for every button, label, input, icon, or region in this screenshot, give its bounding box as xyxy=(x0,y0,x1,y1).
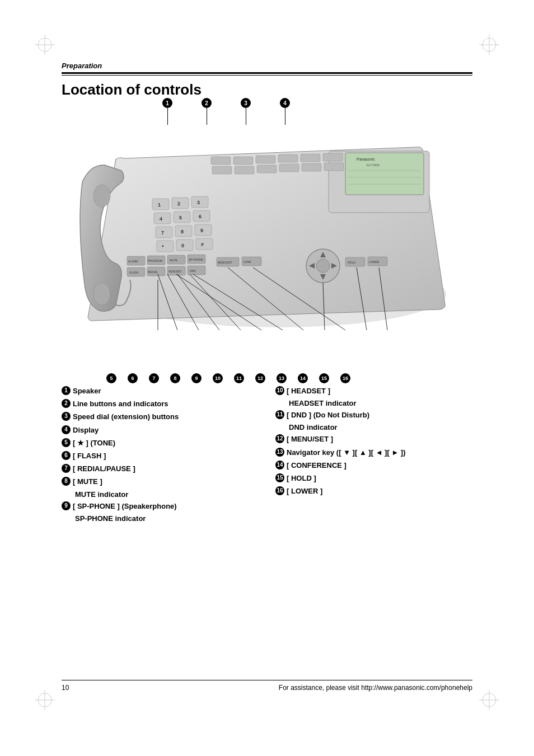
callout-3: 3 xyxy=(241,98,251,125)
svg-text:Panasonic: Panasonic xyxy=(357,157,375,161)
svg-text:ALARM: ALARM xyxy=(128,260,138,263)
item-4: 4 Display xyxy=(62,425,259,435)
item-8: 8 [ MUTE ] MUTE indicator xyxy=(62,477,259,498)
svg-point-87 xyxy=(93,283,110,305)
page-number: 10 xyxy=(62,684,69,692)
item-10-sub: HEADSET indicator xyxy=(289,399,472,407)
svg-rect-26 xyxy=(212,166,232,174)
svg-text:3: 3 xyxy=(197,200,200,205)
corner-mark-bl xyxy=(34,689,56,711)
svg-rect-28 xyxy=(257,165,277,173)
svg-text:*: * xyxy=(162,244,164,250)
content-area: 1 Speaker 2 Line buttons and indicators … xyxy=(62,386,472,525)
svg-text:7: 7 xyxy=(161,230,164,236)
svg-text:SP-PHONE: SP-PHONE xyxy=(189,258,204,261)
svg-rect-31 xyxy=(324,163,344,171)
item-1-label: Speaker xyxy=(73,386,101,396)
svg-rect-50 xyxy=(157,241,174,252)
item-8-label: [ MUTE ] xyxy=(73,477,102,487)
svg-text:REDIAL: REDIAL xyxy=(148,270,158,274)
svg-rect-52 xyxy=(176,240,193,251)
page: Preparation Location of controls 1 2 3 4 xyxy=(0,0,534,756)
item-11-label: [ DND ] (Do Not Disturb) xyxy=(287,410,369,420)
svg-text:LOWER: LOWER xyxy=(369,260,380,264)
svg-rect-29 xyxy=(279,164,299,172)
item-7: 7 [ REDIAL/PAUSE ] xyxy=(62,464,259,474)
phone-svg: Panasonic KX-TS820 xyxy=(62,115,472,355)
svg-text:4: 4 xyxy=(160,216,162,222)
svg-rect-22 xyxy=(256,156,275,163)
item-10-label: [ HEADSET ] xyxy=(287,386,330,396)
item-10: 10 [ HEADSET ] HEADSET indicator xyxy=(275,386,472,407)
item-13-label: Navigator key ([ ▼ ][ ▲ ][ ◄ ][ ► ]) xyxy=(287,448,406,458)
item-4-label: Display xyxy=(73,425,99,435)
svg-text:1: 1 xyxy=(158,202,161,208)
item-16: 16 [ LOWER ] xyxy=(275,486,472,496)
callout-2: 2 xyxy=(202,98,212,125)
item-13: 13 Navigator key ([ ▼ ][ ▲ ][ ◄ ][ ► ]) xyxy=(275,448,472,458)
bottom-callouts: 5 6 7 8 9 10 11 12 13 14 15 16 xyxy=(106,373,350,383)
phone-diagram-area: 1 2 3 4 xyxy=(62,98,472,389)
items-left-col: 1 Speaker 2 Line buttons and indicators … xyxy=(62,386,259,525)
item-11: 11 [ DND ] (Do Not Disturb) DND indicato… xyxy=(275,410,472,431)
corner-mark-br xyxy=(478,689,500,711)
top-callouts: 1 2 3 4 xyxy=(162,98,290,125)
svg-text:6: 6 xyxy=(199,214,202,219)
svg-text:KX-TS820: KX-TS820 xyxy=(367,163,380,167)
item-7-label: [ REDIAL/PAUSE ] xyxy=(73,464,135,474)
svg-rect-21 xyxy=(233,157,253,165)
svg-text:HEADSET: HEADSET xyxy=(168,270,182,273)
items-right-col: 10 [ HEADSET ] HEADSET indicator 11 [ DN… xyxy=(275,386,472,525)
svg-text:HOLD: HOLD xyxy=(348,261,355,264)
svg-rect-27 xyxy=(235,166,254,174)
section-label: Preparation xyxy=(62,62,472,70)
item-3-label: Speed dial (extension) buttons xyxy=(73,412,179,422)
item-12: 12 [ MENU/SET ] xyxy=(275,434,472,444)
item-8-sub: MUTE indicator xyxy=(75,490,259,499)
item-9-label: [ SP-PHONE ] (Speakerphone) xyxy=(73,501,177,511)
svg-text:FLASH: FLASH xyxy=(129,271,139,274)
item-15: 15 [ HOLD ] xyxy=(275,473,472,483)
item-1: 1 Speaker xyxy=(62,386,259,396)
item-3: 3 Speed dial (extension) buttons xyxy=(62,412,259,422)
svg-text:PROGRAM: PROGRAM xyxy=(148,259,162,262)
svg-text:9: 9 xyxy=(200,228,203,233)
item-12-label: [ MENU/SET ] xyxy=(287,434,333,444)
item-6: 6 [ FLASH ] xyxy=(62,451,259,461)
svg-rect-54 xyxy=(196,238,213,250)
item-14: 14 [ CONFERENCE ] xyxy=(275,461,472,471)
svg-point-86 xyxy=(93,185,110,207)
item-9: 9 [ SP-PHONE ] (Speakerphone) SP-PHONE i… xyxy=(62,501,259,523)
svg-text:#: # xyxy=(201,242,204,247)
svg-text:MENU/SET: MENU/SET xyxy=(218,261,232,264)
svg-text:MUTE: MUTE xyxy=(170,259,178,262)
svg-point-77 xyxy=(316,259,330,273)
corner-mark-tr xyxy=(478,34,500,56)
item-5: 5 [ ★ ] (TONE) xyxy=(62,438,259,448)
item-2: 2 Line buttons and indicators xyxy=(62,399,259,409)
svg-rect-25 xyxy=(323,153,343,161)
item-16-label: [ LOWER ] xyxy=(287,486,322,496)
svg-text:0: 0 xyxy=(181,243,184,248)
item-15-label: [ HOLD ] xyxy=(287,473,316,483)
item-2-label: Line buttons and indicators xyxy=(73,399,168,409)
svg-rect-20 xyxy=(211,157,231,165)
page-title: Location of controls xyxy=(62,81,472,98)
footer: 10 For assistance, please visit http://w… xyxy=(62,680,472,692)
item-14-label: [ CONFERENCE ] xyxy=(287,461,346,471)
svg-text:CONF: CONF xyxy=(243,260,251,264)
footer-text: For assistance, please visit http://www.… xyxy=(279,684,472,692)
svg-text:5: 5 xyxy=(179,215,182,220)
item-6-label: [ FLASH ] xyxy=(73,451,106,461)
callout-4: 4 xyxy=(280,98,290,125)
svg-rect-30 xyxy=(302,163,321,171)
svg-text:2: 2 xyxy=(177,201,180,206)
item-5-label: [ ★ ] (TONE) xyxy=(73,438,115,448)
svg-rect-23 xyxy=(278,154,298,162)
svg-text:8: 8 xyxy=(181,229,184,234)
items-columns: 1 Speaker 2 Line buttons and indicators … xyxy=(62,386,472,525)
svg-text:DND: DND xyxy=(190,269,196,273)
item-11-sub: DND indicator xyxy=(289,423,472,431)
callout-1: 1 xyxy=(162,98,172,125)
corner-mark-tl xyxy=(34,34,56,56)
